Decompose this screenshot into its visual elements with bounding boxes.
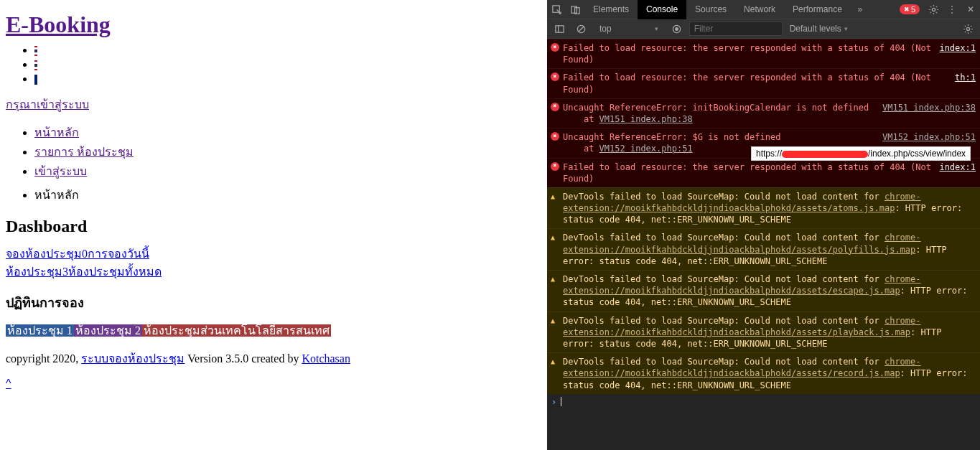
device-toggle-icon[interactable] <box>566 0 584 19</box>
flag-en-icon <box>34 75 37 85</box>
log-levels-selector[interactable]: Default levels <box>785 22 852 35</box>
console-warn-message[interactable]: DevTools failed to load SourceMap: Could… <box>547 228 980 270</box>
breadcrumb-current: หน้าหลัก <box>34 186 541 204</box>
message-source-link[interactable]: th:1 <box>955 72 976 95</box>
lang-item[interactable] <box>34 72 541 85</box>
close-devtools-icon[interactable]: ✕ <box>961 0 980 19</box>
lang-item[interactable] <box>34 58 541 71</box>
tab-sources[interactable]: Sources <box>686 0 735 19</box>
stat-bookings-today[interactable]: จองห้องประชุม0การจองวันนี้ <box>6 245 541 263</box>
site-title-link[interactable]: E-Booking <box>6 11 111 37</box>
redacted-host <box>782 151 868 158</box>
svg-point-3 <box>932 8 935 11</box>
console-warn-message[interactable]: DevTools failed to load SourceMap: Could… <box>547 352 980 394</box>
dashboard-heading: Dashboard <box>6 217 541 236</box>
kebab-menu-icon[interactable]: ⋮ <box>943 0 961 19</box>
console-toolbar: top Default levels <box>547 19 980 39</box>
lang-item[interactable] <box>34 44 541 57</box>
console-prompt[interactable] <box>547 394 980 410</box>
console-output[interactable]: Failed to load resource: the server resp… <box>547 39 980 450</box>
calendar-heading: ปฏิทินการจอง <box>6 292 541 313</box>
footer-system-link[interactable]: ระบบจองห้องประชุม <box>81 352 185 365</box>
nav-home[interactable]: หน้าหลัก <box>34 126 79 139</box>
error-count-badge[interactable]: 5 <box>900 4 920 14</box>
scroll-top-link[interactable]: ^ <box>6 378 11 390</box>
flag-th-icon <box>34 60 37 70</box>
tab-performance[interactable]: Performance <box>784 0 851 19</box>
console-sidebar-toggle-icon[interactable] <box>550 19 569 38</box>
tab-console[interactable]: Console <box>638 0 686 19</box>
svg-line-7 <box>578 26 584 32</box>
console-error-message[interactable]: Failed to load resource: the server resp… <box>547 158 980 187</box>
live-expression-icon[interactable] <box>668 19 686 38</box>
more-tabs-icon[interactable]: » <box>851 0 869 19</box>
url-tooltip: https:///index.php/css/view/index <box>751 146 971 161</box>
svg-point-10 <box>966 27 969 30</box>
page-content: E-Booking กรุณาเข้าสู่ระบบ หน้าหลัก รายก… <box>0 0 547 450</box>
room-legend: ห้องประชุม 1ห้องประชุม 2ห้องประชุมส่วนเท… <box>6 322 541 339</box>
room-badge-2[interactable]: ห้องประชุม 2 <box>74 324 142 337</box>
breadcrumb: หน้าหลัก <box>34 186 541 204</box>
console-filter-input[interactable] <box>689 22 783 36</box>
inspect-icon[interactable] <box>547 0 566 19</box>
console-warn-message[interactable]: DevTools failed to load SourceMap: Could… <box>547 187 980 229</box>
login-prompt-link[interactable]: กรุณาเข้าสู่ระบบ <box>6 98 89 111</box>
console-error-message[interactable]: Failed to load resource: the server resp… <box>547 68 980 98</box>
console-error-message[interactable]: Uncaught ReferenceError: initBookingCale… <box>547 98 980 128</box>
stat-rooms-total[interactable]: ห้องประชุม3ห้องประชุมทั้งหมด <box>6 263 541 281</box>
settings-icon[interactable] <box>924 0 943 19</box>
devtools-tabbar: Elements Console Sources Network Perform… <box>547 0 980 19</box>
svg-point-9 <box>676 27 678 30</box>
room-badge-1[interactable]: ห้องประชุม 1 <box>6 324 74 337</box>
footer: copyright 2020, ระบบจองห้องประชุม Versio… <box>6 350 541 367</box>
console-settings-icon[interactable] <box>958 19 977 38</box>
footer-author-link[interactable]: Kotchasan <box>302 352 350 365</box>
console-error-message[interactable]: Failed to load resource: the server resp… <box>547 39 980 68</box>
message-source-link[interactable]: index:1 <box>939 161 976 184</box>
clear-console-icon[interactable] <box>571 19 590 38</box>
tab-network[interactable]: Network <box>735 0 784 19</box>
main-nav: หน้าหลัก รายการ ห้องประชุม เข้าสู่ระบบ <box>34 123 541 180</box>
svg-rect-4 <box>555 25 563 32</box>
message-source-link[interactable]: index:1 <box>939 42 976 65</box>
context-selector[interactable]: top <box>593 22 665 36</box>
login-prompt: กรุณาเข้าสู่ระบบ <box>6 95 541 113</box>
console-warn-message[interactable]: DevTools failed to load SourceMap: Could… <box>547 270 980 311</box>
room-badge-3[interactable]: ห้องประชุมส่วนเทคโนโลยีสารสนเทศ <box>142 324 331 337</box>
nav-login[interactable]: เข้าสู่ระบบ <box>34 165 87 177</box>
stats-block: จองห้องประชุม0การจองวันนี้ ห้องประชุม3ห้… <box>6 245 541 281</box>
message-source-link[interactable]: VM151 index.php:38 <box>882 102 976 125</box>
devtools-panel: Elements Console Sources Network Perform… <box>547 0 980 450</box>
nav-rooms[interactable]: รายการ ห้องประชุม <box>34 146 134 158</box>
site-title: E-Booking <box>6 11 541 38</box>
language-list <box>34 44 541 85</box>
flag-th-icon <box>34 46 37 56</box>
tab-elements[interactable]: Elements <box>584 0 638 19</box>
console-warn-message[interactable]: DevTools failed to load SourceMap: Could… <box>547 311 980 353</box>
